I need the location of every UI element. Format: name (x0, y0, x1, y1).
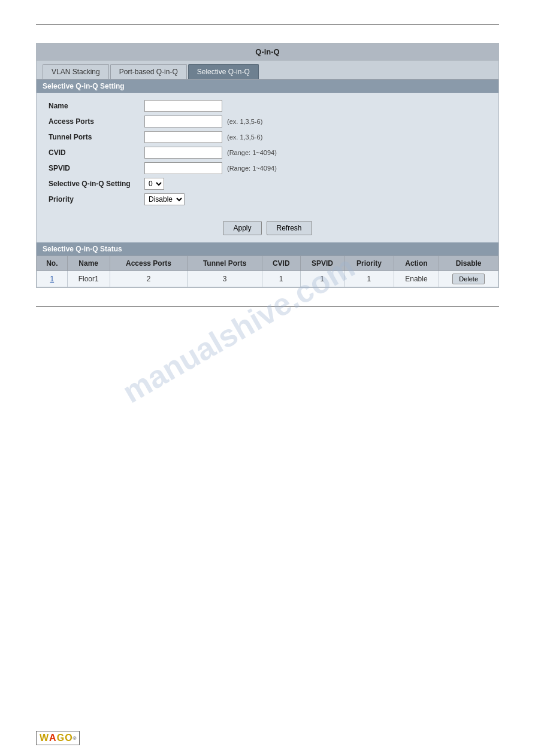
tab-vlan-stacking[interactable]: VLAN Stacking (43, 64, 109, 79)
cvid-hint: (Range: 1~4094) (227, 149, 277, 156)
form-row-spvid: SPVID (Range: 1~4094) (49, 162, 486, 174)
bottom-rule (36, 306, 499, 307)
logo-w: W (40, 733, 49, 743)
status-table-section: Selective Q-in-Q Status No. Name Access … (37, 242, 498, 287)
spvid-input[interactable] (144, 162, 222, 174)
spvid-label: SPVID (49, 164, 144, 172)
cell-priority: 1 (344, 271, 394, 287)
status-table: No. Name Access Ports Tunnel Ports CVID … (37, 256, 498, 287)
access-ports-hint: (ex. 1,3,5-6) (227, 118, 262, 125)
col-cvid: CVID (262, 256, 300, 271)
tab-selective-qinq[interactable]: Selective Q-in-Q (188, 64, 259, 79)
form-row-priority: Priority Disable 0 1 2 3 4 5 6 7 (49, 193, 486, 205)
form-row-tunnel-ports: Tunnel Ports (ex. 1,3,5-6) (49, 131, 486, 143)
apply-button[interactable]: Apply (223, 221, 261, 235)
tab-port-based-qinq[interactable]: Port-based Q-in-Q (110, 64, 187, 79)
status-section-header: Selective Q-in-Q Status (37, 242, 498, 256)
cell-no: 1 (37, 271, 68, 287)
col-action: Action (394, 256, 439, 271)
cell-tunnel-ports: 3 (188, 271, 262, 287)
cvid-label: CVID (49, 148, 144, 157)
tunnel-ports-hint: (ex. 1,3,5-6) (227, 133, 262, 141)
col-spvid: SPVID (300, 256, 344, 271)
cell-disable: Delete (439, 271, 498, 287)
priority-label: Priority (49, 195, 144, 204)
panel-title: Q-in-Q (37, 44, 498, 60)
cell-cvid: 1 (262, 271, 300, 287)
cell-access-ports: 2 (110, 271, 188, 287)
spvid-hint: (Range: 1~4094) (227, 165, 277, 172)
logo-o: O (65, 733, 72, 743)
col-priority: Priority (344, 256, 394, 271)
name-label: Name (49, 102, 144, 110)
form-row-cvid: CVID (Range: 1~4094) (49, 147, 486, 159)
table-row: 1 Floor1 2 3 1 1 1 Enable Delete (37, 271, 498, 287)
table-header-row: No. Name Access Ports Tunnel Ports CVID … (37, 256, 498, 271)
tunnel-ports-label: Tunnel Ports (49, 133, 144, 141)
priority-select[interactable]: Disable 0 1 2 3 4 5 6 7 (144, 193, 185, 205)
tabs-row: VLAN Stacking Port-based Q-in-Q Selectiv… (37, 60, 498, 80)
tunnel-ports-input[interactable] (144, 131, 222, 143)
form-row-name: Name (49, 100, 486, 112)
form-row-access-ports: Access Ports (ex. 1,3,5-6) (49, 116, 486, 127)
logo-a: A (49, 733, 56, 743)
access-ports-label: Access Ports (49, 117, 144, 126)
page-wrapper: Q-in-Q VLAN Stacking Port-based Q-in-Q S… (0, 0, 535, 756)
setting-section-header: Selective Q-in-Q Setting (37, 80, 498, 93)
wago-logo: W A G O ® (36, 731, 80, 745)
refresh-button[interactable]: Refresh (267, 221, 312, 235)
col-name: Name (67, 256, 110, 271)
top-rule (36, 24, 499, 25)
cell-spvid: 1 (300, 271, 344, 287)
selective-setting-label: Selective Q-in-Q Setting (49, 180, 144, 188)
logo-reg: ® (73, 736, 77, 741)
col-no: No. (37, 256, 68, 271)
footer: W A G O ® (36, 731, 80, 745)
col-access-ports: Access Ports (110, 256, 188, 271)
btn-row: Apply Refresh (37, 215, 498, 242)
col-disable: Disable (439, 256, 498, 271)
access-ports-input[interactable] (144, 116, 222, 127)
cvid-input[interactable] (144, 147, 222, 159)
col-tunnel-ports: Tunnel Ports (188, 256, 262, 271)
main-panel: Q-in-Q VLAN Stacking Port-based Q-in-Q S… (36, 43, 499, 288)
logo-g: G (57, 733, 64, 743)
selective-setting-select[interactable]: 0 1 2 (144, 178, 164, 190)
wago-logo-box: W A G O ® (36, 731, 80, 745)
cell-name: Floor1 (67, 271, 110, 287)
cell-action: Enable (394, 271, 439, 287)
form-row-selective-setting: Selective Q-in-Q Setting 0 1 2 (49, 178, 486, 190)
delete-button[interactable]: Delete (452, 274, 485, 284)
panel-title-text: Q-in-Q (255, 47, 279, 56)
name-input[interactable] (144, 100, 222, 112)
row-no-link[interactable]: 1 (50, 275, 54, 283)
form-section: Name Access Ports (ex. 1,3,5-6) Tunnel P… (37, 93, 498, 215)
